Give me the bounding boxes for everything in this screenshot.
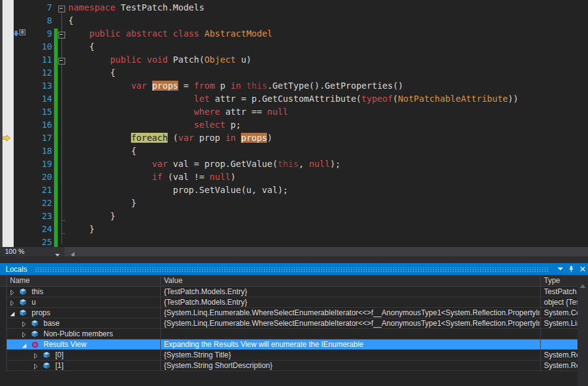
code-token-typ: Object — [204, 55, 236, 65]
code-token-hlcur: foreach — [131, 133, 168, 143]
code-line[interactable]: } — [68, 211, 115, 224]
line-number: 20 — [17, 172, 52, 185]
code-token-pln — [68, 55, 110, 65]
code-token-pln — [68, 107, 194, 117]
change-tracking-bar — [54, 29, 58, 247]
code-line[interactable]: } — [68, 224, 94, 237]
tree-expander-collapsed-icon[interactable] — [33, 362, 38, 372]
variable-type — [544, 339, 577, 349]
title-bar-drag-dots — [35, 267, 548, 272]
code-token-pln: .GetType().GetProperties() — [267, 81, 403, 91]
locals-window: Locals Name Value Type this{TestPatch.Mo… — [0, 263, 588, 386]
code-line[interactable]: prop.SetValue(u, val); — [68, 185, 288, 198]
variable-value: Expanding the Results View will enumerat… — [164, 339, 540, 349]
variable-value: {System.Linq.Enumerable.WhereSelectEnume… — [164, 308, 540, 318]
code-token-pln: ) — [230, 172, 235, 182]
locals-column-headers[interactable]: Name Value Type — [0, 275, 577, 287]
variable-value: {System.String ShortDescription} — [164, 361, 540, 370]
code-line[interactable]: select p; — [68, 120, 241, 133]
code-token-pln: u) — [236, 55, 251, 65]
variable-type: System.Reflection.PropertyInfo — [544, 350, 577, 360]
auto-hide-pin-button[interactable] — [566, 263, 577, 275]
locals-row-props[interactable]: props{System.Linq.Enumerable.WhereSelect… — [7, 308, 577, 318]
variable-name: u — [32, 297, 36, 307]
variable-type — [544, 329, 577, 339]
code-line[interactable]: { — [68, 42, 94, 55]
locals-row-non-public-members[interactable]: Non-Public members — [7, 329, 577, 339]
code-line[interactable]: public void Patch(Object u) — [68, 55, 251, 68]
code-line[interactable]: foreach (var prop in props) — [68, 133, 273, 146]
code-token-pln: ( — [168, 133, 178, 143]
code-token-pln — [68, 120, 194, 130]
code-line[interactable]: var props = from p in this.GetType().Get… — [68, 81, 404, 94]
code-line[interactable]: public abstract class AbstractModel — [68, 29, 273, 42]
code-token-kw: public — [110, 55, 142, 65]
code-token-kw: public — [89, 29, 121, 38]
close-icon — [580, 266, 586, 272]
locals-vertical-scrollbar[interactable] — [577, 275, 588, 386]
editor-horizontal-scrollbar[interactable]: 100 % — [0, 247, 588, 256]
code-token-pln: { — [68, 16, 73, 25]
line-number: 10 — [17, 42, 52, 55]
value-type-divider[interactable] — [540, 275, 541, 371]
window-position-button[interactable] — [554, 263, 566, 275]
variable-value: {System.Linq.Enumerable.WhereSelectEnume… — [164, 318, 540, 328]
close-button[interactable] — [577, 263, 588, 275]
code-token-pln: prop — [194, 133, 225, 143]
locals-row-results-view[interactable]: Results ViewExpanding the Results View w… — [7, 339, 577, 350]
locals-title-bar[interactable]: Locals — [0, 263, 588, 275]
column-header-name[interactable]: Name — [10, 276, 30, 285]
code-line[interactable]: namespace TestPatch.Models — [68, 2, 204, 16]
scroll-up-arrow-icon[interactable] — [580, 279, 586, 290]
code-line[interactable]: where attr == null — [68, 107, 288, 120]
variable-name: Non-Public members — [43, 329, 113, 339]
panel-splitter[interactable] — [0, 256, 588, 263]
reference-count-badge: 0 — [19, 29, 25, 35]
code-line[interactable]: let attr = p.GetCustomAttribute(typeof(N… — [68, 94, 518, 107]
code-line[interactable]: { — [68, 146, 137, 159]
locals-row-this[interactable]: this{TestPatch.Models.Entry}TestPatch.Mo… — [7, 287, 577, 297]
code-token-pln: { — [68, 68, 115, 78]
variable-value — [164, 329, 540, 339]
code-token-pln: prop.SetValue(u, val); — [68, 185, 288, 195]
code-token-pln: )) — [508, 94, 518, 104]
code-fold-collapse-box[interactable] — [58, 32, 65, 38]
code-token-kw: in — [230, 81, 241, 91]
results-view-icon — [31, 341, 39, 351]
current-statement-arrow-icon — [2, 133, 11, 145]
line-number: 14 — [17, 94, 52, 107]
line-number: 16 — [17, 120, 52, 133]
variable-type: System.Collections.Generic.IEnumerable<S… — [544, 308, 577, 318]
code-line[interactable]: { — [68, 16, 73, 29]
code-line[interactable]: { — [68, 68, 115, 81]
locals-row-u[interactable]: u{TestPatch.Models.Entry}object {TestPat… — [7, 297, 577, 308]
grid-gutter-line — [6, 275, 7, 371]
column-header-value[interactable]: Value — [164, 276, 183, 285]
variable-value: {System.String Title} — [164, 350, 540, 360]
code-token-pln — [241, 81, 246, 91]
code-fold-collapse-box[interactable] — [58, 6, 65, 12]
line-number: 12 — [17, 68, 52, 81]
code-fold-collapse-box[interactable] — [58, 58, 65, 65]
locals-row--0-[interactable]: [0]{System.String Title}System.Reflectio… — [7, 350, 577, 361]
code-line[interactable]: if (val != null) — [68, 172, 236, 185]
code-token-hlsym: props — [152, 81, 178, 91]
code-line[interactable]: var val = prop.GetValue(this, null); — [68, 159, 340, 172]
breakpoint-margin[interactable] — [2, 0, 14, 247]
column-header-type[interactable]: Type — [544, 276, 560, 285]
chevron-down-icon — [558, 267, 563, 271]
line-number: 23 — [17, 211, 52, 224]
editor-zoom-dropdown[interactable]: 100 % — [0, 247, 65, 256]
code-token-pln: attr == — [220, 107, 267, 117]
code-token-pln — [68, 94, 194, 104]
cube-icon — [19, 298, 27, 308]
name-value-divider[interactable] — [160, 275, 161, 371]
code-token-kw: null — [309, 159, 330, 169]
code-token-kw: select — [194, 120, 225, 130]
locals-row--1-[interactable]: [1]{System.String ShortDescription}Syste… — [7, 361, 577, 371]
locals-row-base[interactable]: base{System.Linq.Enumerable.WhereSelectE… — [7, 318, 577, 329]
code-editor[interactable]: 78910111213141516171819202122232425 name… — [0, 0, 588, 247]
code-line[interactable]: } — [68, 198, 137, 211]
code-token-pln: p; — [225, 120, 241, 130]
variable-name: base — [43, 318, 60, 328]
